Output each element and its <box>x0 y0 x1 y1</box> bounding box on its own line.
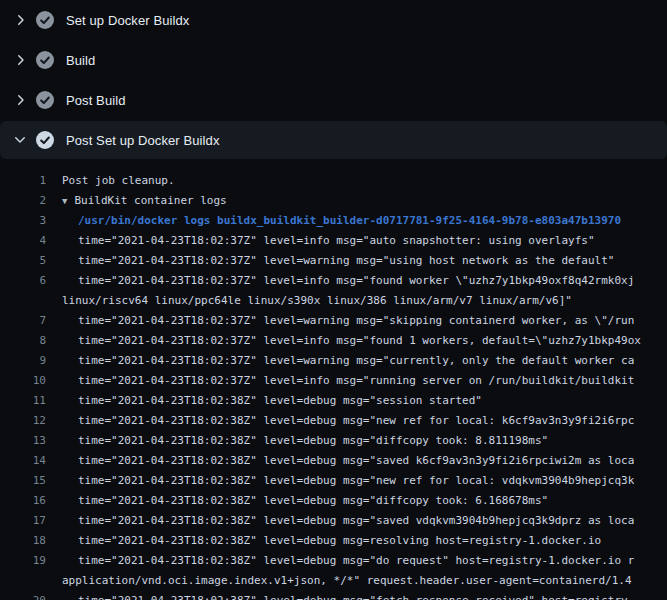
group-collapse-icon[interactable]: ▼ <box>62 196 67 206</box>
log-line: 4 time="2021-04-23T18:02:37Z" level=info… <box>0 231 667 251</box>
log-line: 6 time="2021-04-23T18:02:37Z" level=info… <box>0 271 667 291</box>
log-line-text: time="2021-04-23T18:02:38Z" level=debug … <box>46 551 634 571</box>
log-line-number[interactable] <box>0 291 46 311</box>
log-line-text: time="2021-04-23T18:02:37Z" level=info m… <box>46 331 641 351</box>
log-line-number[interactable]: 12 <box>0 411 46 431</box>
log-line-text: Post job cleanup. <box>46 171 175 191</box>
log-line-number[interactable]: 4 <box>0 231 46 251</box>
step-header-build[interactable]: Build <box>0 40 667 80</box>
step-title: Build <box>66 53 95 68</box>
check-circle-icon <box>36 131 54 149</box>
log-line-text: ▼BuildKit container logs <box>46 191 227 211</box>
log-line: 16 time="2021-04-23T18:02:38Z" level=deb… <box>0 491 667 511</box>
log-line: 9 time="2021-04-23T18:02:37Z" level=warn… <box>0 351 667 371</box>
log-line-text: time="2021-04-23T18:02:38Z" level=debug … <box>46 411 634 431</box>
step-title: Set up Docker Buildx <box>66 13 189 28</box>
log-line-number[interactable]: 19 <box>0 551 46 571</box>
log-line-number[interactable]: 14 <box>0 451 46 471</box>
log-line-text: time="2021-04-23T18:02:38Z" level=debug … <box>46 451 634 471</box>
log-line-number[interactable]: 5 <box>0 251 46 271</box>
log-line-text: linux/riscv64 linux/ppc64le linux/s390x … <box>46 291 572 311</box>
log-line-number[interactable]: 15 <box>0 471 46 491</box>
log-line: 7 time="2021-04-23T18:02:37Z" level=warn… <box>0 311 667 331</box>
log-line: 11 time="2021-04-23T18:02:38Z" level=deb… <box>0 391 667 411</box>
step-header-post-set-up-docker-buildx[interactable]: Post Set up Docker Buildx <box>0 121 667 159</box>
chevron-down-icon <box>12 132 28 148</box>
step-header-post-build[interactable]: Post Build <box>0 80 667 120</box>
log-line: 12 time="2021-04-23T18:02:38Z" level=deb… <box>0 411 667 431</box>
step-title: Post Build <box>66 93 126 108</box>
log-line-text: time="2021-04-23T18:02:38Z" level=debug … <box>46 471 634 491</box>
log-line: 10 time="2021-04-23T18:02:37Z" level=inf… <box>0 371 667 391</box>
log-line-text: time="2021-04-23T18:02:37Z" level=warnin… <box>46 251 614 271</box>
log-line: 17 time="2021-04-23T18:02:38Z" level=deb… <box>0 511 667 531</box>
log-line: 15 time="2021-04-23T18:02:38Z" level=deb… <box>0 471 667 491</box>
check-circle-icon <box>36 91 54 109</box>
check-circle-icon <box>36 11 54 29</box>
log-container: 1 Post job cleanup. 2 ▼BuildKit containe… <box>0 159 667 600</box>
actions-log-viewer: Set up Docker Buildx Build Post Build Po… <box>0 0 667 600</box>
step-title: Post Set up Docker Buildx <box>66 133 220 148</box>
log-line-number[interactable]: 2 <box>0 191 46 211</box>
log-line-number[interactable]: 17 <box>0 511 46 531</box>
log-line-text: time="2021-04-23T18:02:37Z" level=info m… <box>46 231 595 251</box>
log-line: 19 time="2021-04-23T18:02:38Z" level=deb… <box>0 551 667 571</box>
log-line-wrap: application/vnd.oci.image.index.v1+json,… <box>0 571 667 591</box>
log-line: 13 time="2021-04-23T18:02:38Z" level=deb… <box>0 431 667 451</box>
step-list: Set up Docker Buildx Build Post Build Po… <box>0 0 667 159</box>
log-line-number[interactable]: 6 <box>0 271 46 291</box>
log-line-text: application/vnd.oci.image.index.v1+json,… <box>46 571 632 591</box>
log-line-number[interactable]: 20 <box>0 591 46 600</box>
chevron-right-icon <box>12 52 28 68</box>
log-line-number[interactable]: 3 <box>0 211 46 231</box>
log-line: 1 Post job cleanup. <box>0 171 667 191</box>
log-line: 14 time="2021-04-23T18:02:38Z" level=deb… <box>0 451 667 471</box>
log-command-text: /usr/bin/docker logs buildx_buildkit_bui… <box>46 211 621 231</box>
log-line-text: time="2021-04-23T18:02:38Z" level=debug … <box>46 531 601 551</box>
log-line-number[interactable]: 10 <box>0 371 46 391</box>
log-line-text: time="2021-04-23T18:02:38Z" level=debug … <box>46 491 548 511</box>
log-line: 20 time="2021-04-23T18:02:38Z" level=deb… <box>0 591 667 600</box>
log-line-number[interactable]: 18 <box>0 531 46 551</box>
log-line-number[interactable]: 8 <box>0 331 46 351</box>
log-line: 18 time="2021-04-23T18:02:38Z" level=deb… <box>0 531 667 551</box>
log-line-number[interactable]: 16 <box>0 491 46 511</box>
log-line-text: time="2021-04-23T18:02:38Z" level=debug … <box>46 431 548 451</box>
log-line-text: time="2021-04-23T18:02:37Z" level=warnin… <box>46 351 634 371</box>
check-circle-icon <box>36 51 54 69</box>
log-line-number[interactable]: 7 <box>0 311 46 331</box>
log-line-number[interactable] <box>0 571 46 591</box>
log-line-number[interactable]: 13 <box>0 431 46 451</box>
log-line-number[interactable]: 9 <box>0 351 46 371</box>
log-line: 8 time="2021-04-23T18:02:37Z" level=info… <box>0 331 667 351</box>
chevron-right-icon <box>12 12 28 28</box>
log-line-number[interactable]: 11 <box>0 391 46 411</box>
log-line-text: time="2021-04-23T18:02:37Z" level=info m… <box>46 371 634 391</box>
log-line-text: time="2021-04-23T18:02:38Z" level=debug … <box>46 391 482 411</box>
log-line-number[interactable]: 1 <box>0 171 46 191</box>
log-line: 2 ▼BuildKit container logs <box>0 191 667 211</box>
log-line-text: time="2021-04-23T18:02:38Z" level=debug … <box>46 591 634 600</box>
step-header-set-up-docker-buildx[interactable]: Set up Docker Buildx <box>0 0 667 40</box>
log-line-text: time="2021-04-23T18:02:38Z" level=debug … <box>46 511 634 531</box>
log-line-wrap: linux/riscv64 linux/ppc64le linux/s390x … <box>0 291 667 311</box>
log-line: 3 /usr/bin/docker logs buildx_buildkit_b… <box>0 211 667 231</box>
log-line: 5 time="2021-04-23T18:02:37Z" level=warn… <box>0 251 667 271</box>
chevron-right-icon <box>12 92 28 108</box>
log-line-text: time="2021-04-23T18:02:37Z" level=warnin… <box>46 311 634 331</box>
log-line-text: time="2021-04-23T18:02:37Z" level=info m… <box>46 271 634 291</box>
